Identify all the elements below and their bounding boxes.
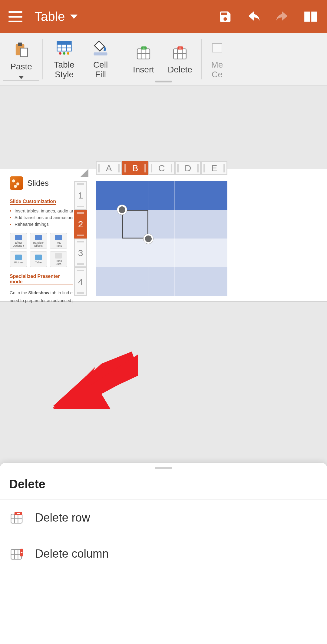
app-bar: Table <box>0 0 327 33</box>
list-item: Add transitions and animations <box>10 215 73 221</box>
mini-button: Table <box>30 251 47 267</box>
svg-rect-29 <box>11 514 22 523</box>
option-label: Delete column <box>35 547 109 560</box>
list-item: Insert tables, images, audio and v <box>10 208 73 215</box>
paragraph: Go to the Slideshow tab to find every <box>10 290 73 296</box>
tab-selector[interactable]: Table <box>35 9 78 24</box>
column-header[interactable]: E <box>201 161 227 175</box>
svg-rect-11 <box>94 52 107 55</box>
mini-button: Trans Dura <box>50 251 67 267</box>
svg-rect-23 <box>179 48 182 48</box>
tab-label: Table <box>35 9 65 24</box>
paste-icon <box>13 41 29 59</box>
column-headers: A B C D E <box>96 161 227 175</box>
row-header[interactable]: 2 <box>74 210 87 239</box>
section-heading: Slide Customization <box>10 199 56 205</box>
delete-row-option[interactable]: Delete row <box>0 500 327 536</box>
column-header[interactable]: D <box>175 161 201 175</box>
chevron-down-icon <box>70 15 78 19</box>
column-header[interactable]: C <box>148 161 175 175</box>
svg-rect-40 <box>21 552 23 553</box>
paste-button[interactable]: Paste <box>3 38 39 81</box>
drag-handle-icon[interactable] <box>155 467 172 469</box>
mini-button: Transition Effects <box>30 233 47 249</box>
delete-row-icon <box>10 512 24 524</box>
menu-icon[interactable] <box>8 11 22 22</box>
paragraph: need to prepare for an advanced pre <box>10 298 73 304</box>
svg-rect-34 <box>17 513 20 514</box>
bottom-sheet: Delete Delete row Delete column <box>0 463 327 644</box>
svg-rect-24 <box>212 44 222 52</box>
svg-point-10 <box>67 52 69 55</box>
slide-title: Slides <box>27 179 49 188</box>
row-header[interactable]: 1 <box>74 181 87 210</box>
drag-handle-icon[interactable] <box>155 81 172 82</box>
redo-icon <box>274 9 290 25</box>
section-heading: Specialized Presenter mode <box>10 274 73 285</box>
row-header[interactable]: 4 <box>74 267 87 296</box>
save-icon[interactable] <box>217 9 233 25</box>
svg-text:+: + <box>143 46 145 50</box>
list-item: Rehearse timings <box>10 221 73 228</box>
slide-content: Slides Slide Customization Insert tables… <box>10 176 73 304</box>
column-header[interactable]: B <box>122 161 148 175</box>
canvas: Slides Slide Customization Insert tables… <box>0 85 327 411</box>
selection-handle-icon[interactable] <box>117 205 127 215</box>
svg-rect-4 <box>57 42 71 45</box>
appbar-actions <box>217 9 319 25</box>
mini-button: Picture <box>10 251 27 267</box>
selection-handle-icon[interactable] <box>144 234 153 244</box>
delete-table-icon <box>172 44 188 62</box>
table-grid[interactable] <box>96 181 227 296</box>
table-style-button[interactable]: Table Style <box>46 36 82 82</box>
cell-selection[interactable] <box>122 210 148 239</box>
row-header[interactable]: 3 <box>74 239 87 267</box>
option-label: Delete row <box>35 511 90 524</box>
row-headers: 1 2 3 4 <box>74 181 87 296</box>
mini-button: Prev Trans <box>50 233 67 249</box>
merge-cells-button[interactable]: Me Ce <box>205 36 229 82</box>
svg-point-8 <box>59 52 61 55</box>
cell-fill-button[interactable]: Cell Fill <box>82 36 119 82</box>
undo-icon[interactable] <box>246 9 262 25</box>
read-mode-icon[interactable] <box>303 9 319 25</box>
ribbon: Paste Table Style Cell Fill + Insert <box>0 33 327 85</box>
merge-cells-icon <box>211 39 223 57</box>
svg-point-9 <box>63 52 65 55</box>
mini-button: Effect Options ▾ <box>10 233 27 249</box>
select-all-corner[interactable] <box>80 169 88 177</box>
table-style-icon <box>56 39 72 57</box>
svg-rect-1 <box>18 43 22 46</box>
delete-column-option[interactable]: Delete column <box>0 536 327 572</box>
insert-button[interactable]: + Insert <box>125 41 162 78</box>
chevron-down-icon <box>18 76 24 79</box>
column-header[interactable]: A <box>96 161 122 175</box>
delete-button[interactable]: Delete <box>162 41 198 78</box>
insert-table-icon: + <box>136 44 151 62</box>
delete-column-icon <box>10 548 24 560</box>
app-logo-icon <box>10 176 23 190</box>
paint-bucket-icon <box>91 39 110 57</box>
svg-rect-2 <box>20 48 27 57</box>
